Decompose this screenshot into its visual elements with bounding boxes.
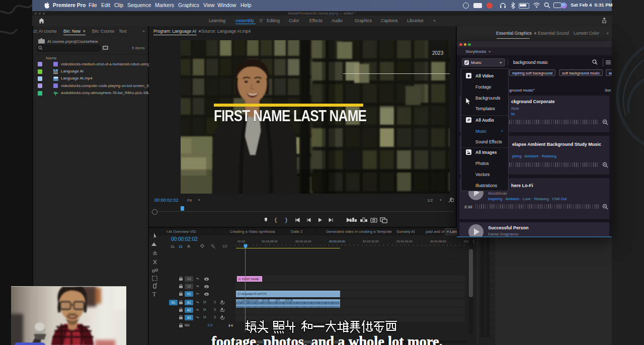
svg-text:T: T — [152, 291, 156, 297]
svg-text:{: { — [274, 218, 277, 223]
svg-text:}: } — [285, 218, 288, 223]
svg-text:1/2: 1/2 — [222, 244, 227, 248]
